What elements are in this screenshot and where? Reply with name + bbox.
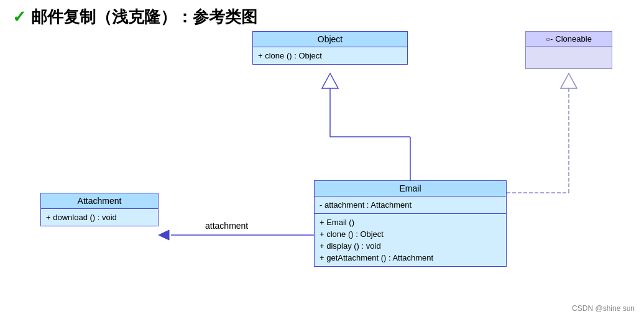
svg-marker-6 (561, 73, 577, 88)
watermark: CSDN @shine sun (572, 304, 635, 313)
checkmark-icon: ✓ (12, 7, 26, 27)
cloneable-body (526, 47, 612, 68)
object-class-header: Object (253, 32, 407, 47)
email-method-display: + display () : void (320, 240, 501, 252)
email-field-attachment: - attachment : Attachment (320, 199, 501, 211)
cloneable-header: ○- Cloneable (526, 32, 612, 47)
email-method-getattachment: + getAttachment () : Attachment (320, 252, 501, 264)
attachment-label: attachment (205, 221, 248, 231)
email-class-header: Email (315, 181, 506, 196)
svg-marker-9 (159, 230, 169, 240)
email-fields: - attachment : Attachment (315, 196, 506, 214)
attachment-class-header: Attachment (41, 193, 158, 209)
attachment-method-download: + download () : void (46, 211, 153, 223)
svg-marker-3 (322, 73, 338, 88)
cloneable-interface-box: ○- Cloneable (525, 31, 612, 69)
email-method-constructor: + Email () (320, 216, 501, 228)
object-method-clone: + clone () : Object (258, 50, 402, 62)
email-class-box: Email - attachment : Attachment + Email … (314, 180, 507, 267)
email-method-clone: + clone () : Object (320, 228, 501, 240)
title-text: 邮件复制（浅克隆）：参考类图 (31, 6, 257, 28)
attachment-class-box: Attachment + download () : void (40, 193, 159, 226)
attachment-class-body: + download () : void (41, 209, 158, 226)
object-class-box: Object + clone () : Object (252, 31, 408, 65)
email-methods: + Email () + clone () : Object + display… (315, 214, 506, 266)
page-title: ✓ 邮件复制（浅克隆）：参考类图 (12, 6, 257, 28)
cloneable-stereotype: ○- (546, 35, 553, 44)
cloneable-name: Cloneable (555, 34, 592, 44)
object-class-body: + clone () : Object (253, 47, 407, 64)
